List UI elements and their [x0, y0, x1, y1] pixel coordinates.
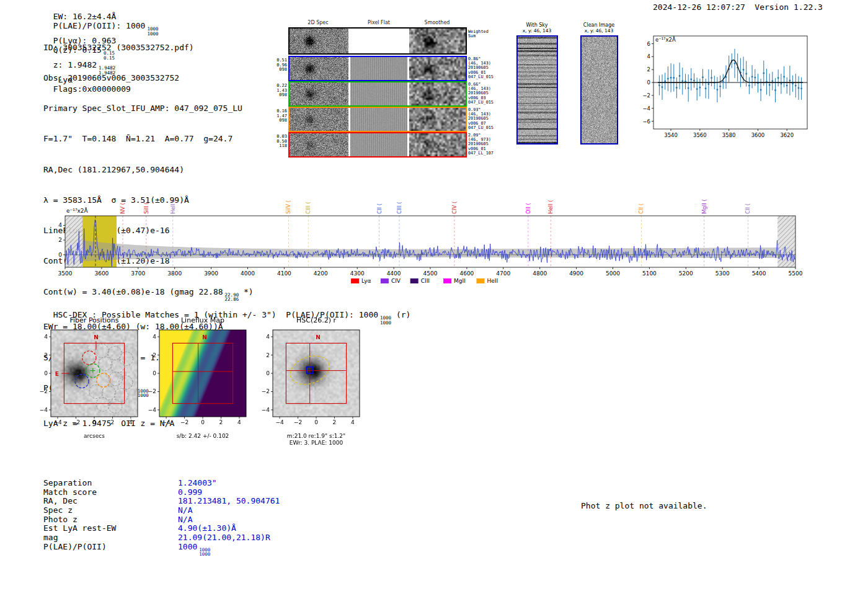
photz-note: Phot z plot not available.	[581, 501, 707, 510]
fiber4-smoothed-image	[409, 133, 466, 156]
svg-text:0: 0	[44, 370, 48, 376]
fiber2-weights: 0.221.43098	[275, 84, 287, 98]
svg-text:2: 2	[111, 419, 115, 425]
spec2d-panel: 2D Spec Pixel Flat Smoothed 0.510.96098 …	[275, 19, 495, 162]
svg-text:2: 2	[333, 419, 337, 425]
table-row: mag21.09(21.00,21.18)R	[43, 533, 280, 542]
info-id: ID: 3003532752 (3003532752.pdf)	[43, 43, 254, 53]
svg-text:5300: 5300	[715, 270, 730, 277]
spec2d-fiber-row	[288, 81, 467, 107]
col-header-pixelflat: Pixel Flat	[354, 20, 404, 25]
row-label: Photo z	[43, 515, 178, 524]
table-row: Separation1.24003"	[43, 478, 280, 487]
withsky-image	[516, 35, 558, 144]
row-value: N/A	[178, 515, 192, 524]
svg-text:CIV: CIV	[391, 278, 401, 284]
svg-text:−6: −6	[642, 118, 650, 125]
svg-text:N: N	[202, 334, 207, 340]
plae-table-frac: 10001000	[199, 548, 210, 557]
line-fit-plot: −6−4−2024635403560358036003620e⁻¹⁷x2Å	[632, 29, 812, 145]
svg-text:5100: 5100	[642, 270, 657, 277]
svg-text:−4: −4	[262, 407, 270, 413]
timestamp-version: 2024-12-26 12:07:27 Version 1.22.3	[653, 2, 823, 12]
svg-text:3620: 3620	[780, 132, 794, 138]
lineflux-map-cutout: Lineflux Map −4−4−2−2002244N s/b: 2.42 +…	[138, 315, 267, 448]
svg-text:6: 6	[647, 41, 650, 47]
svg-text:2: 2	[219, 419, 223, 425]
info-radec: RA,Dec (181.212967,50.904644)	[43, 165, 254, 175]
row-label: RA, Dec	[43, 496, 178, 505]
fiber4-2dspec-image	[290, 133, 348, 156]
svg-text:HeII: HeII	[487, 278, 498, 284]
col-header-smoothed: Smoothed	[412, 20, 462, 25]
svg-text:3540: 3540	[664, 132, 678, 138]
svg-text:CIII (: CIII (	[305, 202, 311, 214]
withsky-panel: With Sky x, y: 46, 143	[515, 22, 559, 144]
svg-text:5500: 5500	[789, 270, 803, 277]
svg-text:3700: 3700	[131, 270, 145, 277]
row-label: Spec z	[43, 505, 178, 515]
fiber1-pixelflat-image	[350, 57, 407, 80]
fiber1-info: 0.86"(46, 143)20190605v006_01047_LU_015	[468, 57, 494, 79]
svg-text:−4: −4	[148, 407, 157, 413]
fiber3-pixelflat-image	[350, 108, 407, 131]
catalog-match-table: Separation1.24003" Match score0.999 RA, …	[43, 478, 280, 551]
table-row: RA, Dec181.213481, 50.904761	[43, 496, 280, 505]
svg-text:4: 4	[266, 334, 270, 340]
svg-text:4: 4	[237, 419, 241, 425]
svg-text:4: 4	[44, 334, 48, 340]
svg-text:MgII (: MgII (	[701, 199, 707, 214]
svg-text:e⁻¹⁷x2Å: e⁻¹⁷x2Å	[655, 36, 676, 43]
svg-text:−4: −4	[642, 105, 650, 112]
table-row: Est LyA rest-EW4.90(±1.30)Å	[43, 523, 280, 533]
svg-text:4800: 4800	[533, 270, 547, 277]
fiber4-info: 2.09"(46, 973)20190605v006_01047_LL_107	[468, 133, 494, 156]
spec2d-fiber-row	[288, 56, 467, 81]
svg-text:3600: 3600	[751, 132, 765, 138]
spec2d-fiber-row	[288, 107, 467, 132]
fiber3-info: 0.93"(46, 143)20190605v006_07047_LU_015	[468, 108, 494, 130]
weighted-2dspec-image	[290, 29, 348, 53]
fiber4-pixelflat-image	[350, 133, 407, 156]
svg-text:4000: 4000	[241, 270, 255, 277]
svg-text:4: 4	[129, 419, 133, 425]
svg-text:4: 4	[647, 53, 650, 60]
svg-text:4300: 4300	[350, 270, 365, 277]
info-cont-w: Cont(w) = 3.40(±0.08)e-18 (gmag 22.8822.…	[43, 287, 254, 302]
withsky-title: With Sky	[515, 22, 559, 28]
svg-text:NV (: NV (	[120, 203, 126, 214]
svg-text:0: 0	[92, 419, 96, 425]
cleanimage-title: Clean Image	[575, 22, 622, 28]
svg-text:2: 2	[44, 352, 48, 358]
svg-text:N: N	[94, 334, 99, 340]
svg-text:CIV (: CIV (	[451, 202, 458, 214]
svg-text:4700: 4700	[496, 270, 510, 277]
row-value: 100010001000	[178, 542, 210, 551]
spec2d-fiber-row	[288, 132, 467, 158]
svg-text:−4: −4	[40, 407, 48, 413]
svg-text:0: 0	[201, 419, 205, 425]
svg-text:−2: −2	[642, 92, 650, 99]
row-value: 21.09(21.00,21.18)R	[178, 533, 270, 542]
row-label: Separation	[43, 478, 178, 487]
svg-text:e⁻¹⁷x2Å: e⁻¹⁷x2Å	[66, 207, 89, 214]
svg-text:3600: 3600	[94, 270, 108, 277]
svg-text:CIII (: CIII (	[396, 202, 402, 214]
fiber2-smoothed-image	[409, 82, 466, 105]
svg-text:−4: −4	[53, 419, 62, 425]
fiber3-2dspec-image	[290, 108, 348, 131]
svg-text:−2: −2	[294, 419, 302, 425]
fiber2-2dspec-image	[290, 82, 348, 105]
row-value: 0.999	[178, 487, 202, 497]
svg-text:3900: 3900	[204, 270, 218, 277]
svg-text:CIII: CIII	[421, 278, 430, 284]
hsc-r-overlay: −4−4−2−2002244N	[252, 315, 381, 448]
fiber3-smoothed-image	[409, 108, 466, 131]
svg-text:−2: −2	[72, 419, 80, 425]
svg-text:4100: 4100	[277, 270, 291, 277]
ew-value: EW: 16.2±4.4Å	[53, 12, 117, 21]
svg-text:3500: 3500	[58, 270, 73, 277]
svg-text:−2: −2	[40, 388, 48, 394]
svg-text:4900: 4900	[569, 270, 583, 277]
svg-text:5200: 5200	[679, 270, 693, 277]
